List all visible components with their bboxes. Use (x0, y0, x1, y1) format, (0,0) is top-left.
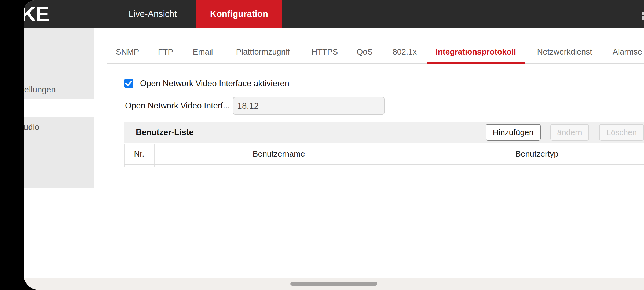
sidebar-item-label: tellungen (24, 85, 56, 95)
tab-alarmserver[interactable]: Alarmse (613, 40, 642, 63)
tab-8021x[interactable]: 802.1x (393, 40, 417, 63)
tab-live-ansicht[interactable]: Live-Ansicht (125, 0, 181, 28)
onvif-version-label: Open Network Video Interf... (125, 97, 230, 115)
overflow-menu-icon[interactable] (641, 11, 644, 21)
add-user-button[interactable]: Hinzufügen (486, 124, 541, 141)
active-tab-underline (427, 62, 525, 64)
check-icon (125, 81, 132, 86)
tab-netzwerkdienst[interactable]: Netzwerkdienst (537, 40, 592, 63)
config-tab-bar: SNMP FTP Email Plattformzugriff HTTPS Qo… (107, 40, 644, 64)
tab-email[interactable]: Email (193, 40, 213, 63)
onvif-enable-label: Open Network Video Interface aktivieren (140, 79, 289, 88)
tab-https[interactable]: HTTPS (312, 40, 338, 63)
overflow-menu-icon-part (642, 12, 644, 15)
column-header-nr: Nr. (124, 144, 154, 164)
tab-plattformzugriff[interactable]: Plattformzugriff (236, 40, 290, 63)
tab-integrationsprotokoll[interactable]: Integrationsprotokoll (436, 40, 516, 63)
tab-ftp[interactable]: FTP (158, 40, 173, 63)
modify-user-button[interactable]: ändern (550, 124, 589, 141)
delete-user-button[interactable]: Löschen (599, 124, 644, 141)
tab-konfiguration[interactable]: Konfiguration (196, 0, 282, 28)
user-list-title: Benutzer-Liste (136, 122, 193, 143)
app-window: KE Live-Ansicht Konfiguration tellungen … (24, 0, 644, 290)
onvif-enable-checkbox[interactable] (124, 79, 133, 88)
horizontal-scrollbar-thumb[interactable] (290, 282, 377, 286)
brand-logo: KE (24, 0, 49, 28)
overflow-menu-icon-part (642, 16, 644, 20)
column-header-benutzertyp: Benutzertyp (404, 144, 644, 164)
onvif-version-input[interactable] (233, 97, 385, 115)
tab-qos[interactable]: QoS (357, 40, 373, 63)
tab-snmp[interactable]: SNMP (116, 40, 139, 63)
column-header-benutzername: Benutzername (154, 144, 404, 164)
sidebar-item-label: udio (24, 122, 39, 132)
top-bar: KE Live-Ansicht Konfiguration (24, 0, 644, 28)
